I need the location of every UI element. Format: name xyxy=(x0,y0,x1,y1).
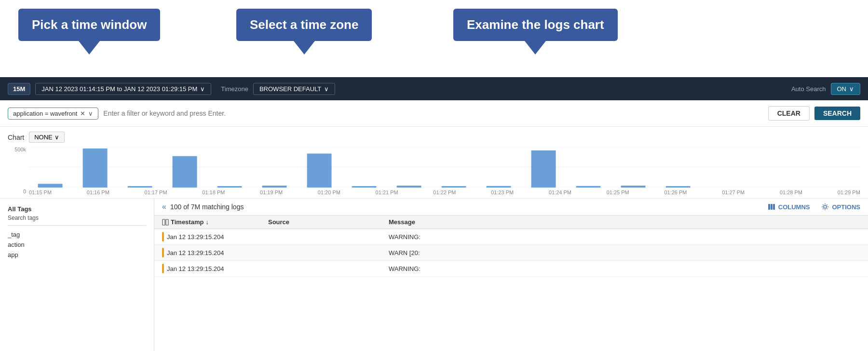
callout-pick-time-text: Pick a time window xyxy=(32,17,147,32)
autosearch-toggle[interactable]: ON ∨ xyxy=(831,83,861,95)
svg-rect-19 xyxy=(771,204,773,210)
svg-rect-14 xyxy=(531,150,556,188)
chart-svg xyxy=(29,147,860,188)
warning-indicator xyxy=(162,232,164,242)
sidebar-tags: _tagactionapp xyxy=(8,230,146,260)
chart-none-button[interactable]: NONE ∨ xyxy=(29,132,65,143)
chart-none-chevron: ∨ xyxy=(54,134,59,141)
columns-icon xyxy=(768,203,775,211)
x-label: 01:28 PM xyxy=(780,189,802,195)
chart-header: Chart NONE ∨ xyxy=(8,132,860,143)
chart-none-label: NONE xyxy=(34,134,53,141)
sidebar-tag-item[interactable]: app xyxy=(8,250,146,260)
search-input[interactable] xyxy=(103,109,763,117)
x-label: 01:22 PM xyxy=(433,189,456,195)
sidebar-all-tags: All Tags xyxy=(8,205,146,213)
log-count: 100 of 7M matching logs xyxy=(170,203,764,211)
chart-x-labels: 01:15 PM01:16 PM01:17 PM01:18 PM01:19 PM… xyxy=(29,189,860,196)
double-chevron-icon[interactable]: « xyxy=(162,202,166,211)
x-label: 01:25 PM xyxy=(607,189,629,195)
header-timestamp: Timestamp ↓ xyxy=(162,218,268,226)
filter-tag-chevron[interactable]: ∨ xyxy=(88,110,93,117)
autosearch-chevron: ∨ xyxy=(849,85,854,93)
search-button[interactable]: SEARCH xyxy=(814,107,860,120)
x-label: 01:24 PM xyxy=(549,189,571,195)
timezone-selector[interactable]: BROWSER DEFAULT ∨ xyxy=(253,83,335,95)
svg-rect-4 xyxy=(83,148,108,188)
sidebar-divider xyxy=(8,225,146,226)
table-toolbar: « 100 of 7M matching logs COLUMNS OPTION… xyxy=(154,199,868,216)
autosearch-label: Auto Search xyxy=(791,85,826,93)
sidebar-search-tags: Search tags xyxy=(8,215,146,221)
header-message-text: Message xyxy=(389,218,415,226)
x-label: 01:15 PM xyxy=(29,189,52,195)
header-source-text: Source xyxy=(268,218,289,226)
callout-examine-logs: Examine the logs chart xyxy=(453,9,618,41)
chart-label: Chart xyxy=(8,134,24,141)
callout-select-timezone-text: Select a time zone xyxy=(250,17,358,32)
toolbar: 15M JAN 12 2023 01:14:15 PM to JAN 12 20… xyxy=(0,77,868,100)
svg-rect-9 xyxy=(307,153,332,188)
clear-button[interactable]: CLEAR xyxy=(768,106,810,121)
x-label: 01:17 PM xyxy=(145,189,167,195)
filter-tag[interactable]: application = wavefront ✕ ∨ xyxy=(8,108,98,120)
timestamp-cell: Jan 12 13:29:15.204 xyxy=(162,232,268,242)
table-container: « 100 of 7M matching logs COLUMNS OPTION… xyxy=(154,199,868,351)
svg-point-21 xyxy=(824,205,827,208)
x-label: 01:18 PM xyxy=(202,189,225,195)
table-row[interactable]: Jan 12 13:29:15.204WARNING: xyxy=(154,261,868,277)
svg-rect-15 xyxy=(576,186,601,188)
sidebar-tag-item[interactable]: _tag xyxy=(8,230,146,240)
svg-rect-3 xyxy=(38,184,63,188)
svg-rect-6 xyxy=(173,156,197,188)
x-label: 01:19 PM xyxy=(260,189,283,195)
callout-pick-time: Pick a time window xyxy=(18,9,160,41)
svg-rect-23 xyxy=(166,219,168,225)
svg-rect-20 xyxy=(773,204,775,210)
x-label: 01:21 PM xyxy=(376,189,398,195)
x-label: 01:16 PM xyxy=(87,189,109,195)
svg-rect-18 xyxy=(768,204,770,210)
date-range-chevron: ∨ xyxy=(200,85,205,93)
header-message: Message xyxy=(389,218,860,226)
header-source: Source xyxy=(268,218,389,226)
y-label-0: 0 xyxy=(8,189,26,194)
logs-area: All Tags Search tags _tagactionapp « 100… xyxy=(0,199,868,351)
x-label: 01:20 PM xyxy=(318,189,340,195)
warning-indicator xyxy=(162,248,164,257)
x-label: 01:23 PM xyxy=(491,189,514,195)
warning-indicator xyxy=(162,264,164,273)
callout-select-timezone: Select a time zone xyxy=(236,9,372,41)
columns-label: COLUMNS xyxy=(778,203,810,211)
svg-rect-5 xyxy=(128,186,152,188)
svg-rect-11 xyxy=(397,186,421,188)
timestamp-cell: Jan 12 13:29:15.204 xyxy=(162,264,268,273)
callout-examine-logs-text: Examine the logs chart xyxy=(467,17,604,32)
table-body: Jan 12 13:29:15.204WARNING:Jan 12 13:29:… xyxy=(154,229,868,277)
table-row[interactable]: Jan 12 13:29:15.204WARNING: xyxy=(154,229,868,245)
table-row[interactable]: Jan 12 13:29:15.204WARN [20: xyxy=(154,245,868,261)
options-label: OPTIONS xyxy=(832,203,860,211)
svg-rect-7 xyxy=(217,186,242,188)
columns-button[interactable]: COLUMNS xyxy=(768,203,810,211)
sort-icon[interactable]: ↓ xyxy=(205,218,209,226)
time-preset-button[interactable]: 15M xyxy=(8,83,30,95)
date-range-selector[interactable]: JAN 12 2023 01:14:15 PM to JAN 12 2023 0… xyxy=(35,83,211,95)
filter-tag-text: application = wavefront xyxy=(13,110,77,117)
timezone-label: Timezone xyxy=(221,85,248,93)
timestamp-text: Jan 12 13:29:15.204 xyxy=(167,249,224,256)
x-label: 01:27 PM xyxy=(722,189,745,195)
x-label: 01:29 PM xyxy=(838,189,860,195)
svg-rect-22 xyxy=(163,219,165,225)
message-cell: WARNING: xyxy=(389,233,860,241)
header-timestamp-text: Timestamp xyxy=(171,218,203,226)
autosearch-value: ON xyxy=(837,85,847,93)
timestamp-cell: Jan 12 13:29:15.204 xyxy=(162,248,268,257)
message-cell: WARN [20: xyxy=(389,249,860,256)
svg-rect-13 xyxy=(487,186,511,188)
sidebar-tag-item[interactable]: action xyxy=(8,240,146,250)
filter-tag-remove[interactable]: ✕ xyxy=(80,110,85,117)
x-label: 01:26 PM xyxy=(664,189,687,195)
y-label-500k: 500k xyxy=(8,147,26,152)
options-button[interactable]: OPTIONS xyxy=(821,203,860,211)
